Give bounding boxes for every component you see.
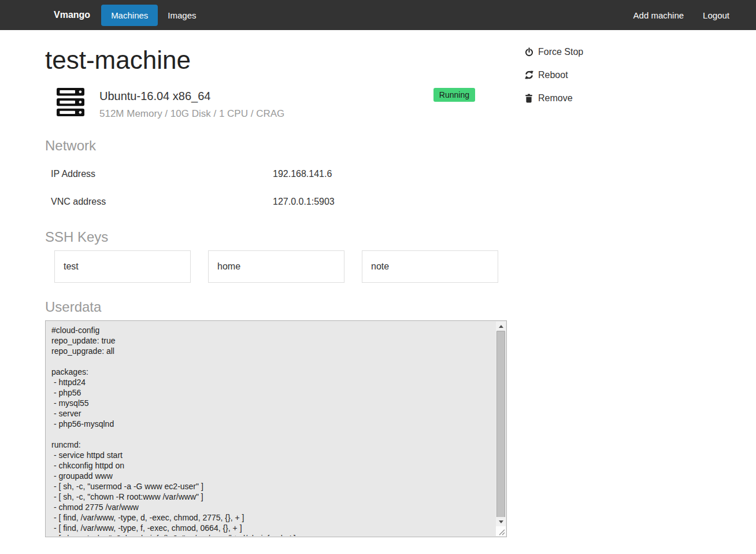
top-navbar: Vmango Machines Images Add machine Logou… <box>0 0 756 30</box>
ssh-key-item: test <box>54 250 191 283</box>
logout-button[interactable]: Logout <box>703 5 729 26</box>
force-stop-button[interactable]: Force Stop <box>525 46 710 57</box>
nav-item-images[interactable]: Images <box>158 5 206 26</box>
userdata-content[interactable]: #cloud-config repo_update: true repo_upg… <box>46 322 495 536</box>
resize-handle-icon[interactable] <box>496 526 506 536</box>
vnc-address-value: 127.0.0.1:5903 <box>273 196 335 208</box>
userdata-section-heading: Userdata <box>45 298 507 316</box>
navbar-right: Add machine Logout <box>633 5 729 26</box>
reboot-button[interactable]: Reboot <box>525 69 710 80</box>
action-label: Remove <box>538 93 573 104</box>
machine-actions: Force Stop Reboot Remove <box>525 46 710 116</box>
page-title: test-machine <box>45 45 507 75</box>
scrollbar-down-icon[interactable] <box>496 517 506 526</box>
add-machine-button[interactable]: Add machine <box>633 5 684 26</box>
brand-logo[interactable]: Vmango <box>54 10 90 20</box>
ssh-keys-section-heading: SSH Keys <box>45 228 507 246</box>
status-badge: Running <box>433 88 475 102</box>
ip-address-label: IP Address <box>51 168 273 180</box>
nav-item-machines[interactable]: Machines <box>101 5 158 26</box>
vmango-machine-detail-page: Vmango Machines Images Add machine Logou… <box>0 0 756 554</box>
machine-specs: 512M Memory / 10G Disk / 1 CPU / CRAG <box>99 108 284 120</box>
table-row: IP Address 192.168.141.6 <box>45 160 507 188</box>
network-table: IP Address 192.168.141.6 VNC address 127… <box>45 160 507 216</box>
ssh-key-item: home <box>208 250 344 283</box>
machine-summary: Ubuntu-16.04 x86_64 512M Memory / 10G Di… <box>45 88 507 120</box>
userdata-textarea[interactable]: #cloud-config repo_update: true repo_upg… <box>45 320 507 537</box>
main-content: test-machine <box>45 30 507 537</box>
ssh-key-item: note <box>362 250 498 283</box>
machine-info: Ubuntu-16.04 x86_64 512M Memory / 10G Di… <box>99 88 284 120</box>
ssh-keys-list: test home note <box>45 250 507 283</box>
action-label: Reboot <box>538 69 568 80</box>
power-icon <box>525 47 534 57</box>
remove-button[interactable]: Remove <box>525 93 710 104</box>
table-row: VNC address 127.0.0.1:5903 <box>45 188 507 216</box>
action-label: Force Stop <box>538 46 583 57</box>
server-icon <box>57 88 84 119</box>
scrollbar-up-icon[interactable] <box>496 322 506 331</box>
vnc-address-label: VNC address <box>51 196 273 208</box>
userdata-scrollbar[interactable] <box>496 322 506 536</box>
network-section-heading: Network <box>45 137 507 154</box>
ip-address-value: 192.168.141.6 <box>273 168 332 180</box>
trash-icon <box>525 93 534 103</box>
machine-image-name: Ubuntu-16.04 x86_64 <box>99 89 284 103</box>
refresh-icon <box>525 70 534 80</box>
scrollbar-thumb[interactable] <box>496 331 505 518</box>
